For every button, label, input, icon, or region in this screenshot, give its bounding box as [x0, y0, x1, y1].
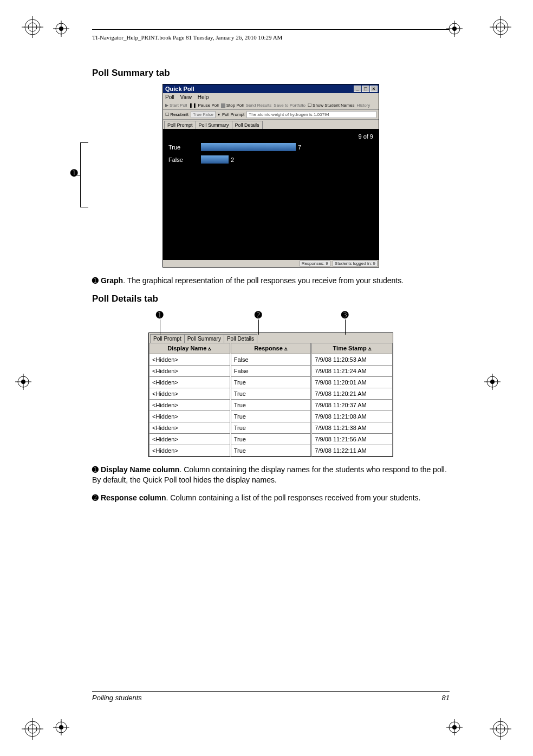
cell-response: True [230, 445, 311, 456]
details-tab-summary[interactable]: Poll Summary [184, 334, 224, 343]
table-row[interactable]: <Hidden>True7/9/08 11:21:56 AM [150, 433, 393, 445]
start-poll-button[interactable]: ▶ Start Poll [165, 103, 187, 108]
table-row[interactable]: <Hidden>True7/9/08 11:20:21 AM [150, 388, 393, 399]
history-button[interactable]: History [356, 103, 370, 108]
bar-label-true: True [168, 144, 201, 151]
response-desc-body: . Column containing a list of the poll r… [166, 493, 420, 502]
header-time-stamp[interactable]: Time Stamp ▵ [311, 343, 393, 354]
table-row[interactable]: <Hidden>True7/9/08 11:20:37 AM [150, 399, 393, 410]
tab-poll-details[interactable]: Poll Details [232, 121, 263, 129]
cell-response: False [230, 365, 311, 376]
cell-response: True [230, 388, 311, 399]
table-row[interactable]: <Hidden>False7/9/08 11:20:53 AM [150, 354, 393, 365]
summary-chart: 9 of 9 True 7 False 2 [163, 129, 379, 260]
poll-prompt-label: Poll Prompt [222, 112, 244, 117]
send-results-button[interactable]: Send Results [246, 103, 272, 108]
cell-response: True [230, 399, 311, 410]
menu-view[interactable]: View [180, 94, 192, 100]
tab-poll-summary[interactable]: Poll Summary [196, 121, 232, 129]
crosshair-ml [15, 374, 31, 390]
footer-page-number: 81 [442, 694, 450, 702]
regmark-bl [22, 718, 43, 740]
menu-help[interactable]: Help [198, 94, 209, 100]
table-row[interactable]: <Hidden>True7/9/08 11:22:11 AM [150, 445, 393, 456]
cell-timestamp: 7/9/08 11:20:01 AM [311, 376, 393, 388]
callout-1-stem [72, 175, 80, 175]
callout-details-3: ➌ [341, 310, 348, 320]
menu-poll[interactable]: Poll [165, 94, 174, 100]
show-student-names-checkbox[interactable]: ☐ Show Student Names [308, 103, 354, 108]
figure-poll-summary: ➊ Quick Poll _ □ × Poll View Help ▶ Star… [92, 84, 450, 268]
resubmit-checkbox[interactable]: ☐ Resubmit [165, 112, 188, 117]
cell-timestamp: 7/9/08 11:20:21 AM [311, 388, 393, 399]
status-logged-in: Students logged in: 9 [333, 260, 378, 266]
cell-timestamp: 7/9/08 11:21:38 AM [311, 422, 393, 433]
book-meta: TI-Navigator_Help_PRINT.book Page 81 Tue… [92, 34, 450, 41]
cell-response: True [230, 433, 311, 445]
cell-response: True [230, 376, 311, 388]
window-title: Quick Poll [165, 86, 194, 92]
regmark-tl [22, 16, 43, 38]
section-title-summary: Poll Summary tab [92, 68, 450, 79]
crosshair-br [446, 719, 463, 735]
response-counter: 9 of 9 [168, 133, 373, 140]
header-display-name[interactable]: Display Name ▵ [150, 343, 231, 354]
minimize-button[interactable]: _ [354, 86, 361, 92]
response-column-description: ➋ Response column. Column containing a l… [92, 493, 450, 503]
cell-response: True [230, 422, 311, 433]
status-responses: Responses: 9 [300, 260, 330, 266]
callout-1: ➊ [70, 168, 77, 178]
dropdown-arrow-icon[interactable]: ▾ [218, 112, 220, 117]
crosshair-bl [53, 719, 69, 735]
close-button[interactable]: × [370, 86, 378, 92]
graph-description: ➊ Graph. The graphical representation of… [92, 276, 450, 286]
cell-timestamp: 7/9/08 11:21:24 AM [311, 365, 393, 376]
details-table: Display Name ▵ Response ▵ Time Stamp ▵ <… [149, 343, 393, 457]
pause-poll-button[interactable]: ❚❚ Pause Poll [189, 103, 218, 108]
quickpoll-window: Quick Poll _ □ × Poll View Help ▶ Start … [162, 84, 379, 268]
display-desc-lead: ➊ Display Name column [92, 465, 179, 474]
tab-poll-prompt[interactable]: Poll Prompt [164, 121, 196, 129]
cell-display-name: <Hidden> [150, 433, 231, 445]
regmark-br [490, 718, 511, 740]
details-tab-prompt[interactable]: Poll Prompt [150, 334, 185, 343]
poll-prompt-input[interactable]: The atomic weight of hydrogen is 1.00794 [246, 111, 376, 118]
cell-response: False [230, 354, 311, 365]
footer-section: Polling students [92, 694, 142, 702]
table-row[interactable]: <Hidden>True7/9/08 11:21:08 AM [150, 410, 393, 422]
table-row[interactable]: <Hidden>True7/9/08 11:21:38 AM [150, 422, 393, 433]
display-name-description: ➊ Display Name column. Column containing… [92, 465, 450, 485]
cell-display-name: <Hidden> [150, 376, 231, 388]
bar-false [201, 155, 229, 164]
bar-label-false: False [168, 157, 201, 163]
graph-desc-body: . The graphical representation of the po… [123, 276, 404, 285]
cell-timestamp: 7/9/08 11:22:11 AM [311, 445, 393, 456]
callout-details-2: ➋ [255, 310, 262, 320]
callout-line-3 [345, 320, 346, 335]
table-row[interactable]: <Hidden>False7/9/08 11:21:24 AM [150, 365, 393, 376]
cell-display-name: <Hidden> [150, 388, 231, 399]
stop-poll-button[interactable]: Stop Poll [221, 103, 244, 108]
cell-display-name: <Hidden> [150, 365, 231, 376]
bar-value-true: 7 [298, 144, 301, 151]
details-tab-details[interactable]: Poll Details [224, 334, 257, 343]
cell-display-name: <Hidden> [150, 399, 231, 410]
menubar: Poll View Help [163, 93, 379, 101]
poll-type-select[interactable]: True False [191, 111, 216, 118]
page-footer: Polling students 81 [92, 691, 450, 702]
header-response[interactable]: Response ▵ [230, 343, 311, 354]
cell-display-name: <Hidden> [150, 422, 231, 433]
save-portfolio-button[interactable]: Save to Portfolio [274, 103, 306, 108]
cell-timestamp: 7/9/08 11:20:37 AM [311, 399, 393, 410]
tabs: Poll PromptPoll SummaryPoll Details [163, 120, 379, 129]
table-row[interactable]: <Hidden>True7/9/08 11:20:01 AM [150, 376, 393, 388]
cell-display-name: <Hidden> [150, 445, 231, 456]
cell-display-name: <Hidden> [150, 354, 231, 365]
cell-display-name: <Hidden> [150, 410, 231, 422]
crosshair-mr [484, 374, 500, 390]
response-desc-lead: ➋ Response column [92, 493, 166, 502]
callout-line-1 [160, 320, 160, 335]
regmark-tr [490, 16, 511, 38]
statusbar: Responses: 9 Students logged in: 9 [163, 260, 379, 267]
maximize-button[interactable]: □ [362, 86, 369, 92]
